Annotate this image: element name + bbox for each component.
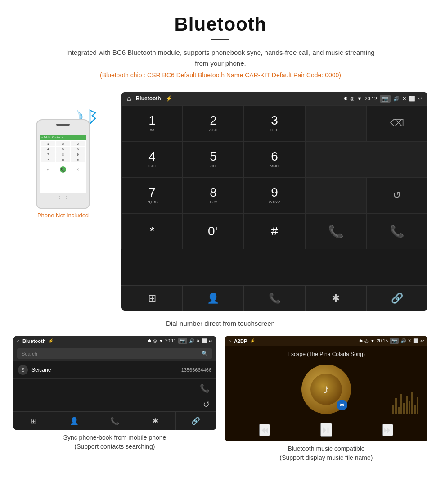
music-usb-icon: ⚡ <box>250 338 255 343</box>
dial-empty-1 <box>305 141 428 177</box>
dialpad-status-bar: ⌂ Bluetooth ⚡ ✱ ◎ ▼ 20:12 📷 🔊 ✕ ⬜ ↩ <box>122 92 428 105</box>
music-wifi-icon: ▼ <box>370 338 375 343</box>
dial-key-1[interactable]: 1 oo <box>122 105 183 141</box>
pb-nav-contacts[interactable]: 👤 <box>54 412 94 430</box>
home-icon[interactable]: ⌂ <box>127 94 131 103</box>
dial-key-3[interactable]: 3 DEF <box>244 105 305 141</box>
phonebook-search-area: Search 🔍 <box>14 346 216 361</box>
music-fullscreen-icon[interactable]: ⬜ <box>413 338 418 343</box>
dial-key-4[interactable]: 4 GHI <box>122 141 183 177</box>
dial-call-green[interactable]: 📞 <box>305 213 366 249</box>
music-song-title: Escape (The Pina Colada Song) <box>225 346 428 360</box>
search-placeholder: Search <box>22 351 37 356</box>
dial-backspace[interactable]: ⌫ <box>366 105 428 141</box>
music-controls: ⏮ ⏯ ⏭ <box>225 418 428 441</box>
dial-call-red[interactable]: 📞 <box>366 213 428 249</box>
pb-vol-icon[interactable]: 🔊 <box>189 338 194 343</box>
usb-icon: ⚡ <box>166 95 172 102</box>
dial-key-hash[interactable]: # <box>244 213 305 249</box>
search-icon: 🔍 <box>202 351 208 356</box>
dial-key-9[interactable]: 9 WXYZ <box>244 177 305 213</box>
dial-key-7[interactable]: 7 PQRS <box>122 177 183 213</box>
music-caption-line2: (Support display music file name) <box>280 454 373 461</box>
phonebook-block: ⌂ Bluetooth ⚡ ✱ ◎ ▼ 20:11 📷 🔊 ✕ ⬜ ↩ <box>14 336 216 462</box>
contact-name: Seicane <box>32 367 181 373</box>
nav-keypad[interactable]: ⊞ <box>122 286 183 310</box>
dial-empty-2 <box>305 177 366 213</box>
nav-contacts[interactable]: 👤 <box>183 286 244 310</box>
dial-key-5[interactable]: 5 JKL <box>183 141 244 177</box>
page-title: Bluetooth <box>18 14 423 35</box>
contact-row[interactable]: S Seicane 13566664466 <box>14 361 216 379</box>
phonebook-caption: Sync phone-book from mobile phone (Suppo… <box>63 433 166 451</box>
music-note-icon: ♪ <box>323 382 329 396</box>
music-block: ⌂ A2DP ⚡ ✱ ◎ ▼ 20:15 📷 🔊 ✕ ⬜ ↩ Escape (T <box>225 336 428 462</box>
camera-icon[interactable]: 📷 <box>380 95 391 103</box>
phonebook-caption-line1: Sync phone-book from mobile phone <box>63 434 166 441</box>
pb-nav-link[interactable]: 🔗 <box>176 412 216 430</box>
music-play-button[interactable]: ⏯ <box>320 423 332 436</box>
music-vol-icon[interactable]: 🔊 <box>400 338 406 343</box>
music-screen: ⌂ A2DP ⚡ ✱ ◎ ▼ 20:15 📷 🔊 ✕ ⬜ ↩ Escape (T <box>225 336 428 441</box>
volume-icon[interactable]: 🔊 <box>393 96 400 102</box>
status-title: Bluetooth <box>136 95 161 102</box>
album-art: ♪ ✱ <box>302 364 351 414</box>
phonebook-nav: ⊞ 👤 📞 ✱ 🔗 <box>14 411 216 430</box>
pb-wifi-icon: ▼ <box>159 338 163 343</box>
music-camera-icon[interactable]: 📷 <box>390 338 399 344</box>
music-time: 20:15 <box>377 338 388 343</box>
music-prev-button[interactable]: ⏮ <box>259 424 270 436</box>
pb-back-icon[interactable]: ↩ <box>209 338 212 343</box>
music-caption: Bluetooth music compatible (Support disp… <box>280 445 373 462</box>
pb-home-icon[interactable]: ⌂ <box>17 338 20 343</box>
contact-number: 13566664466 <box>181 367 212 373</box>
close-icon[interactable]: ✕ <box>402 96 406 102</box>
phone-screen: + Add to Contacts 1 2 3 4 5 6 7 8 9 * 0 <box>40 135 86 193</box>
back-icon[interactable]: ↩ <box>418 96 422 102</box>
nav-phone[interactable]: 📞 <box>244 286 305 310</box>
pb-time: 20:11 <box>165 338 176 343</box>
location-icon: ◎ <box>350 96 355 102</box>
dial-key-6[interactable]: 6 MNO <box>244 141 305 177</box>
nav-bluetooth[interactable]: ✱ <box>306 286 367 310</box>
pb-close-icon[interactable]: ✕ <box>196 338 200 343</box>
pb-loc-icon: ◎ <box>153 338 157 343</box>
search-input-mock[interactable]: Search 🔍 <box>17 348 212 359</box>
dial-key-star[interactable]: * <box>122 213 183 249</box>
time-display: 20:12 <box>364 96 377 101</box>
title-divider <box>212 39 230 40</box>
dial-key-0[interactable]: 0+ <box>183 213 244 249</box>
dialpad-bottom-nav: ⊞ 👤 📞 ✱ 🔗 <box>122 285 428 310</box>
pb-nav-keypad[interactable]: ⊞ <box>14 412 54 430</box>
fullscreen-icon[interactable]: ⬜ <box>409 96 415 102</box>
music-home-icon[interactable]: ⌂ <box>229 338 231 343</box>
pb-fullscreen-icon[interactable]: ⬜ <box>202 338 207 343</box>
nav-link[interactable]: 🔗 <box>367 286 428 310</box>
contact-avatar: S <box>18 365 28 375</box>
page-header: Bluetooth Integrated with BC6 Bluetooth … <box>0 0 441 83</box>
dial-display-area <box>305 105 366 141</box>
phone-illustration: + Add to Contacts 1 2 3 4 5 6 7 8 9 * 0 <box>27 101 99 209</box>
pb-nav-phone[interactable]: 📞 <box>94 412 135 430</box>
music-art-area: ♪ ✱ <box>225 360 428 418</box>
main-content: + Add to Contacts 1 2 3 4 5 6 7 8 9 * 0 <box>0 83 441 315</box>
equalizer-display <box>392 387 418 414</box>
dial-refresh[interactable]: ↺ <box>366 177 428 213</box>
music-close-icon[interactable]: ✕ <box>408 338 411 343</box>
pb-call-icon[interactable]: 📞 <box>194 379 216 398</box>
bluetooth-badge-icon: ✱ <box>337 400 347 410</box>
music-back-icon[interactable]: ↩ <box>420 338 424 343</box>
phone-section: + Add to Contacts 1 2 3 4 5 6 7 8 9 * 0 <box>14 92 112 219</box>
pb-refresh-icon[interactable]: ↺ <box>197 398 216 411</box>
pb-nav-bluetooth[interactable]: ✱ <box>135 412 176 430</box>
dialpad-screen: ⌂ Bluetooth ⚡ ✱ ◎ ▼ 20:12 📷 🔊 ✕ ⬜ ↩ 1 oo <box>122 92 428 310</box>
pb-camera-icon[interactable]: 📷 <box>178 338 187 344</box>
phonebook-caption-line2: (Support contacts searching) <box>75 443 155 450</box>
music-next-button[interactable]: ⏭ <box>382 424 393 436</box>
dial-key-8[interactable]: 8 TUV <box>183 177 244 213</box>
pb-usb-icon: ⚡ <box>48 338 54 343</box>
bottom-screenshots: ⌂ Bluetooth ⚡ ✱ ◎ ▼ 20:11 📷 🔊 ✕ ⬜ ↩ <box>0 332 441 471</box>
music-status-bar: ⌂ A2DP ⚡ ✱ ◎ ▼ 20:15 📷 🔊 ✕ ⬜ ↩ <box>225 336 428 346</box>
music-caption-line1: Bluetooth music compatible <box>288 445 364 452</box>
dial-key-2[interactable]: 2 ABC <box>183 105 244 141</box>
